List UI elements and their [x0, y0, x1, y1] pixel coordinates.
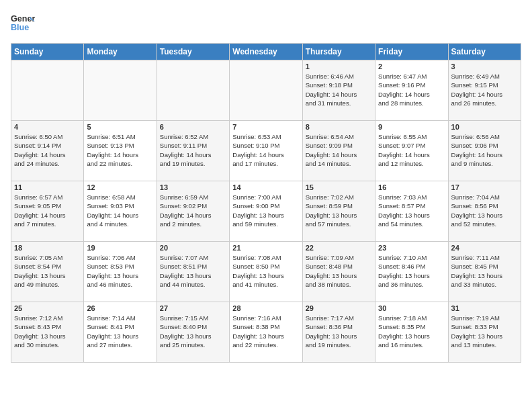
calendar-cell: 2Sunrise: 6:47 AM Sunset: 9:16 PM Daylig… [375, 60, 448, 121]
day-info: Sunrise: 6:57 AM Sunset: 9:05 PM Dayligh… [14, 193, 81, 228]
calendar-header-row: SundayMondayTuesdayWednesdayThursdayFrid… [11, 44, 521, 60]
calendar-cell: 19Sunrise: 7:06 AM Sunset: 8:53 PM Dayli… [84, 242, 157, 302]
day-number: 1 [306, 62, 372, 71]
calendar-cell: 4Sunrise: 6:50 AM Sunset: 9:14 PM Daylig… [11, 121, 84, 181]
day-number: 30 [378, 304, 445, 312]
day-number: 22 [306, 244, 372, 252]
day-info: Sunrise: 7:16 AM Sunset: 8:38 PM Dayligh… [232, 314, 299, 349]
col-header-saturday: Saturday [448, 44, 521, 60]
day-info: Sunrise: 6:59 AM Sunset: 9:02 PM Dayligh… [160, 193, 226, 228]
calendar-cell: 10Sunrise: 6:56 AM Sunset: 9:06 PM Dayli… [448, 121, 521, 181]
day-number: 7 [232, 123, 299, 131]
calendar-cell: 31Sunrise: 7:19 AM Sunset: 8:33 PM Dayli… [448, 302, 521, 363]
logo: General Blue [11, 11, 38, 35]
logo-icon: General Blue [11, 11, 35, 35]
day-number: 13 [160, 183, 226, 191]
day-number: 29 [306, 304, 372, 312]
day-number: 19 [87, 244, 153, 252]
calendar-cell: 21Sunrise: 7:08 AM Sunset: 8:50 PM Dayli… [230, 242, 302, 302]
day-info: Sunrise: 6:49 AM Sunset: 9:15 PM Dayligh… [451, 72, 518, 107]
day-number: 11 [14, 183, 81, 191]
day-number: 5 [87, 123, 153, 131]
calendar-cell: 23Sunrise: 7:10 AM Sunset: 8:46 PM Dayli… [375, 242, 448, 302]
calendar-cell: 29Sunrise: 7:17 AM Sunset: 8:36 PM Dayli… [302, 302, 375, 363]
calendar-cell [11, 60, 84, 121]
day-number: 31 [451, 304, 518, 312]
svg-text:Blue: Blue [11, 23, 29, 32]
day-info: Sunrise: 6:52 AM Sunset: 9:11 PM Dayligh… [160, 132, 226, 168]
calendar-cell: 16Sunrise: 7:03 AM Sunset: 8:57 PM Dayli… [375, 181, 448, 242]
calendar-cell: 9Sunrise: 6:55 AM Sunset: 9:07 PM Daylig… [375, 121, 448, 181]
calendar-cell: 17Sunrise: 7:04 AM Sunset: 8:56 PM Dayli… [448, 181, 521, 242]
day-info: Sunrise: 6:53 AM Sunset: 9:10 PM Dayligh… [232, 132, 299, 168]
calendar-cell: 6Sunrise: 6:52 AM Sunset: 9:11 PM Daylig… [157, 121, 229, 181]
day-info: Sunrise: 6:50 AM Sunset: 9:14 PM Dayligh… [14, 132, 81, 168]
day-number: 4 [14, 123, 81, 131]
day-info: Sunrise: 7:17 AM Sunset: 8:36 PM Dayligh… [306, 314, 372, 349]
day-info: Sunrise: 7:04 AM Sunset: 8:56 PM Dayligh… [451, 193, 518, 228]
day-number: 21 [232, 244, 299, 252]
day-number: 16 [378, 183, 445, 191]
col-header-sunday: Sunday [11, 44, 84, 60]
day-number: 23 [378, 244, 445, 252]
col-header-monday: Monday [84, 44, 157, 60]
day-number: 12 [87, 183, 153, 191]
calendar-week-2: 4Sunrise: 6:50 AM Sunset: 9:14 PM Daylig… [11, 121, 521, 181]
calendar-cell: 15Sunrise: 7:02 AM Sunset: 8:59 PM Dayli… [302, 181, 375, 242]
calendar-cell: 24Sunrise: 7:11 AM Sunset: 8:45 PM Dayli… [448, 242, 521, 302]
day-info: Sunrise: 7:06 AM Sunset: 8:53 PM Dayligh… [87, 253, 153, 289]
calendar-cell: 26Sunrise: 7:14 AM Sunset: 8:41 PM Dayli… [84, 302, 157, 363]
calendar-cell: 22Sunrise: 7:09 AM Sunset: 8:48 PM Dayli… [302, 242, 375, 302]
day-info: Sunrise: 6:54 AM Sunset: 9:09 PM Dayligh… [306, 132, 372, 168]
day-info: Sunrise: 6:51 AM Sunset: 9:13 PM Dayligh… [87, 132, 153, 168]
calendar-cell: 14Sunrise: 7:00 AM Sunset: 9:00 PM Dayli… [230, 181, 302, 242]
day-info: Sunrise: 6:46 AM Sunset: 9:18 PM Dayligh… [306, 72, 372, 107]
calendar-cell: 7Sunrise: 6:53 AM Sunset: 9:10 PM Daylig… [230, 121, 302, 181]
calendar-week-1: 1Sunrise: 6:46 AM Sunset: 9:18 PM Daylig… [11, 60, 521, 121]
day-info: Sunrise: 7:08 AM Sunset: 8:50 PM Dayligh… [232, 253, 299, 289]
calendar-cell: 18Sunrise: 7:05 AM Sunset: 8:54 PM Dayli… [11, 242, 84, 302]
day-info: Sunrise: 7:10 AM Sunset: 8:46 PM Dayligh… [378, 253, 445, 289]
day-info: Sunrise: 7:14 AM Sunset: 8:41 PM Dayligh… [87, 314, 153, 349]
day-number: 10 [451, 123, 518, 131]
day-number: 14 [232, 183, 299, 191]
page-header: General Blue [11, 11, 521, 35]
calendar-table: SundayMondayTuesdayWednesdayThursdayFrid… [11, 43, 521, 363]
day-number: 6 [160, 123, 226, 131]
calendar-cell [84, 60, 157, 121]
col-header-wednesday: Wednesday [230, 44, 302, 60]
calendar-cell: 12Sunrise: 6:58 AM Sunset: 9:03 PM Dayli… [84, 181, 157, 242]
calendar-cell [230, 60, 302, 121]
calendar-week-5: 25Sunrise: 7:12 AM Sunset: 8:43 PM Dayli… [11, 302, 521, 363]
col-header-tuesday: Tuesday [157, 44, 229, 60]
day-number: 26 [87, 304, 153, 312]
calendar-cell: 1Sunrise: 6:46 AM Sunset: 9:18 PM Daylig… [302, 60, 375, 121]
day-number: 17 [451, 183, 518, 191]
day-number: 15 [306, 183, 372, 191]
day-info: Sunrise: 7:11 AM Sunset: 8:45 PM Dayligh… [451, 253, 518, 289]
day-number: 3 [451, 62, 518, 71]
calendar-cell: 5Sunrise: 6:51 AM Sunset: 9:13 PM Daylig… [84, 121, 157, 181]
day-info: Sunrise: 7:07 AM Sunset: 8:51 PM Dayligh… [160, 253, 226, 289]
calendar-cell: 27Sunrise: 7:15 AM Sunset: 8:40 PM Dayli… [157, 302, 229, 363]
calendar-week-4: 18Sunrise: 7:05 AM Sunset: 8:54 PM Dayli… [11, 242, 521, 302]
calendar-cell: 11Sunrise: 6:57 AM Sunset: 9:05 PM Dayli… [11, 181, 84, 242]
col-header-friday: Friday [375, 44, 448, 60]
calendar-cell: 30Sunrise: 7:18 AM Sunset: 8:35 PM Dayli… [375, 302, 448, 363]
day-info: Sunrise: 7:18 AM Sunset: 8:35 PM Dayligh… [378, 314, 445, 349]
day-number: 24 [451, 244, 518, 252]
day-info: Sunrise: 6:55 AM Sunset: 9:07 PM Dayligh… [378, 132, 445, 168]
day-info: Sunrise: 7:19 AM Sunset: 8:33 PM Dayligh… [451, 314, 518, 349]
day-number: 27 [160, 304, 226, 312]
calendar-week-3: 11Sunrise: 6:57 AM Sunset: 9:05 PM Dayli… [11, 181, 521, 242]
day-info: Sunrise: 6:47 AM Sunset: 9:16 PM Dayligh… [378, 72, 445, 107]
day-number: 18 [14, 244, 81, 252]
day-number: 2 [378, 62, 445, 71]
calendar-cell: 20Sunrise: 7:07 AM Sunset: 8:51 PM Dayli… [157, 242, 229, 302]
calendar-cell: 13Sunrise: 6:59 AM Sunset: 9:02 PM Dayli… [157, 181, 229, 242]
day-info: Sunrise: 7:05 AM Sunset: 8:54 PM Dayligh… [14, 253, 81, 289]
col-header-thursday: Thursday [302, 44, 375, 60]
day-number: 25 [14, 304, 81, 312]
calendar-cell: 3Sunrise: 6:49 AM Sunset: 9:15 PM Daylig… [448, 60, 521, 121]
day-info: Sunrise: 7:02 AM Sunset: 8:59 PM Dayligh… [306, 193, 372, 228]
